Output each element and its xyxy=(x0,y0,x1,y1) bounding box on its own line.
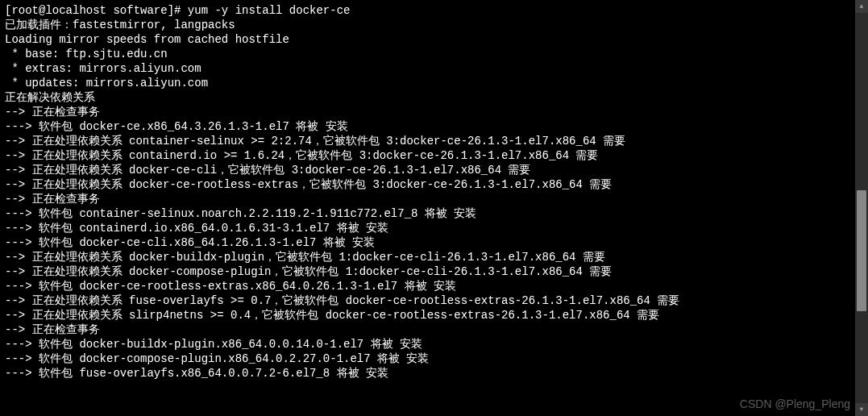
output-line: ---> 软件包 containerd.io.x86_64.0.1.6.31-3… xyxy=(5,221,863,235)
shell-prompt: [root@localhost software]# xyxy=(5,4,188,17)
output-line: --> 正在检查事务 xyxy=(5,105,863,119)
output-line: * updates: mirrors.aliyun.com xyxy=(5,76,863,90)
scroll-thumb[interactable] xyxy=(857,190,866,311)
scroll-up-arrow-icon[interactable]: ▲ xyxy=(855,0,868,13)
output-line: --> 正在检查事务 xyxy=(5,322,863,337)
output-line: 正在解决依赖关系 xyxy=(5,90,863,105)
watermark-text: CSDN @Pleng_Pleng xyxy=(740,397,850,411)
output-line: Loading mirror speeds from cached hostfi… xyxy=(5,32,863,47)
output-line: --> 正在处理依赖关系 docker-buildx-plugin，它被软件包 … xyxy=(5,250,863,264)
terminal-output: [root@localhost software]# yum -y instal… xyxy=(5,3,863,381)
output-line: --> 正在处理依赖关系 docker-ce-cli，它被软件包 3:docke… xyxy=(5,163,863,177)
output-line: ---> 软件包 fuse-overlayfs.x86_64.0.0.7.2-6… xyxy=(5,366,863,381)
output-line: --> 正在处理依赖关系 slirp4netns >= 0.4，它被软件包 do… xyxy=(5,308,863,322)
vertical-scrollbar[interactable]: ▲ ▼ xyxy=(855,0,868,416)
output-line: 已加载插件：fastestmirror, langpacks xyxy=(5,18,863,32)
output-line: --> 正在处理依赖关系 fuse-overlayfs >= 0.7，它被软件包… xyxy=(5,293,863,308)
prompt-line: [root@localhost software]# yum -y instal… xyxy=(5,3,863,18)
output-line: ---> 软件包 docker-compose-plugin.x86_64.0.… xyxy=(5,352,863,366)
command-text: yum -y install docker-ce xyxy=(188,4,351,17)
output-line: --> 正在处理依赖关系 container-selinux >= 2:2.74… xyxy=(5,134,863,148)
scroll-down-arrow-icon[interactable]: ▼ xyxy=(855,403,868,416)
output-line: --> 正在处理依赖关系 docker-ce-rootless-extras，它… xyxy=(5,177,863,192)
scroll-track[interactable] xyxy=(855,13,868,403)
output-line: * base: ftp.sjtu.edu.cn xyxy=(5,47,863,61)
output-line: --> 正在检查事务 xyxy=(5,192,863,206)
output-line: ---> 软件包 docker-ce-cli.x86_64.1.26.1.3-1… xyxy=(5,235,863,250)
output-line: ---> 软件包 docker-ce.x86_64.3.26.1.3-1.el7… xyxy=(5,119,863,134)
output-line: ---> 软件包 container-selinux.noarch.2.2.11… xyxy=(5,206,863,221)
output-line: ---> 软件包 docker-ce-rootless-extras.x86_6… xyxy=(5,279,863,293)
output-line: --> 正在处理依赖关系 containerd.io >= 1.6.24，它被软… xyxy=(5,148,863,163)
output-line: * extras: mirrors.aliyun.com xyxy=(5,61,863,76)
output-line: --> 正在处理依赖关系 docker-compose-plugin，它被软件包… xyxy=(5,264,863,279)
output-line: ---> 软件包 docker-buildx-plugin.x86_64.0.0… xyxy=(5,337,863,352)
